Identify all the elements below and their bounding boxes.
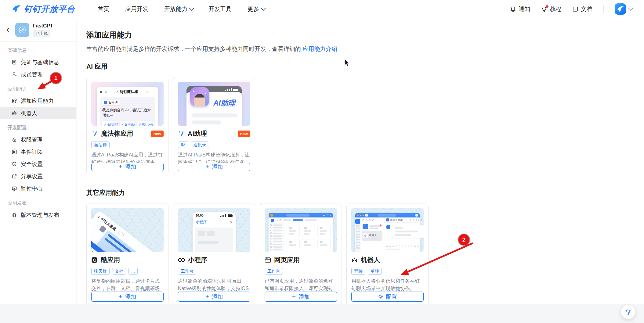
tag: 工作台 bbox=[265, 268, 283, 275]
tag: 通讯录 bbox=[191, 142, 209, 148]
sidebar-group-release: 应用发布 bbox=[0, 195, 76, 209]
user-avatar-menu[interactable] bbox=[615, 3, 632, 15]
tag: IM bbox=[178, 142, 188, 148]
wand-icon bbox=[178, 130, 185, 137]
add-capability-icon bbox=[12, 98, 17, 104]
magic-wand-preview: × ⇲ 钉钉魔法棒 ⊞⋯ 合同 AI 我是你的合同 AI，尝试开启对话吧～ ⚡合… bbox=[91, 82, 164, 126]
card-description: 通过AI PaaS构建AI应用，通过钉钉魔法棒容器提供给成员使用 bbox=[91, 151, 164, 163]
mini-program-icon bbox=[178, 258, 185, 262]
back-button[interactable] bbox=[4, 26, 12, 34]
gear-icon bbox=[378, 294, 383, 299]
cool-app-preview: ‹钉钉大家庭 @ bbox=[91, 208, 164, 252]
sidebar-item-permissions[interactable]: 权限管理 bbox=[0, 134, 76, 146]
add-web-app-button[interactable]: +添加 bbox=[265, 292, 337, 302]
permission-icon bbox=[12, 137, 17, 142]
card-title: AI助理 bbox=[188, 129, 207, 138]
top-navbar: 钉钉开放平台 首页 应用开发 开放能力 开发工具 更多 通知 教程 文档 bbox=[0, 0, 644, 18]
contract-ai-icon bbox=[104, 101, 107, 104]
cool-app-icon bbox=[91, 257, 98, 263]
card-title: 魔法棒应用 bbox=[101, 129, 133, 138]
wand-icon bbox=[91, 130, 98, 137]
suggestion-chip: ⚡合同跟踪多少家客户 bbox=[102, 121, 118, 126]
tag: 聊天群 bbox=[91, 268, 110, 275]
card-description: 将复杂的应用逻辑，通过卡片式交互，在群、文档、音视频等场域浅透出给成员快... bbox=[91, 278, 164, 292]
chat-list-item bbox=[362, 223, 382, 231]
more-icon: ⋯ bbox=[152, 90, 155, 94]
sidebar-item-share[interactable]: 分享设置 bbox=[0, 170, 76, 182]
tag: 单聊 bbox=[368, 268, 382, 275]
app-status-badge: 已上线 bbox=[33, 30, 50, 37]
sidebar-item-robot[interactable]: 机器人 bbox=[0, 107, 76, 119]
card-title: 机器人 bbox=[361, 256, 380, 264]
tag: 工作台 bbox=[178, 268, 196, 275]
configure-robot-button[interactable]: 配置 bbox=[351, 292, 424, 302]
chevron-down-icon bbox=[189, 6, 194, 11]
chevron-down-icon bbox=[261, 6, 266, 11]
more-icon: ··· bbox=[225, 220, 228, 224]
sidebar-item-monitor[interactable]: 监控中心 bbox=[0, 182, 76, 195]
sidebar-item-version-release[interactable]: 版本管理与发布 bbox=[0, 209, 76, 221]
sidebar-app-header: FastGPT 已上线 bbox=[0, 18, 76, 42]
status-icons bbox=[225, 88, 238, 91]
nav-item-open-capability[interactable]: 开放能力 bbox=[164, 5, 193, 13]
plus-icon: + bbox=[205, 163, 209, 170]
new-badge: new bbox=[238, 131, 250, 137]
add-cool-app-button[interactable]: +添加 bbox=[91, 292, 164, 302]
nav-item-more[interactable]: 更多 bbox=[248, 5, 264, 13]
card-mini-program: 10:00 小程序 ···⊗ 小程序 bbox=[173, 203, 255, 304]
nav-item-home[interactable]: 首页 bbox=[98, 5, 109, 13]
ai-assistant-logo-text: AI助理 bbox=[213, 98, 237, 108]
section-heading-other: 其它应用能力 bbox=[86, 188, 644, 197]
security-icon bbox=[12, 161, 17, 167]
web-app-preview: —□× ‹ ›⟳ bbox=[265, 208, 337, 252]
app-icon bbox=[15, 23, 29, 37]
card-description: 通过AI PaaS构建智能化服务，让应用像“人”一样聪明的执行任务 bbox=[178, 151, 250, 163]
new-badge: new bbox=[151, 131, 164, 137]
card-robot: ⚙机器人 机器人测试 机器人 群聊 单聊 bbox=[346, 203, 429, 304]
sidebar-item-add-capability[interactable]: 添加应用能力 bbox=[0, 95, 76, 107]
annotation-step-1: 1 bbox=[50, 73, 61, 84]
members-icon bbox=[12, 72, 17, 77]
docs-button[interactable]: 文档 bbox=[572, 5, 592, 13]
robot-icon bbox=[351, 257, 358, 263]
card-cool-app: ‹钉钉大家庭 @ 酷应用 bbox=[86, 203, 168, 304]
share-icon bbox=[12, 174, 17, 179]
ai-card-row: × ⇲ 钉钉魔法棒 ⊞⋯ 合同 AI 我是你的合同 AI，尝试开启对话吧～ ⚡合… bbox=[86, 77, 644, 175]
add-magic-wand-button[interactable]: +添加 bbox=[91, 163, 164, 171]
close-circle-icon: ⊗ bbox=[230, 220, 233, 224]
sidebar: FastGPT 已上线 基础信息 凭证与基础信息 成员管理 应用能力 添加应用能… bbox=[0, 18, 76, 304]
page-title: 添加应用能力 bbox=[86, 30, 644, 40]
tutorial-button[interactable]: 教程 bbox=[541, 5, 561, 13]
wand-icon bbox=[624, 308, 632, 316]
sidebar-item-event-subscription[interactable]: 事件订阅 bbox=[0, 146, 76, 158]
magic-wand-floating-button[interactable] bbox=[621, 305, 635, 319]
add-mini-program-button[interactable]: +添加 bbox=[178, 292, 250, 302]
nav-menu: 首页 应用开发 开放能力 开发工具 更多 bbox=[98, 5, 264, 13]
wand-icon bbox=[115, 90, 118, 94]
plus-icon: + bbox=[205, 293, 209, 300]
assistant-avatar: ✦✦ bbox=[190, 87, 209, 106]
expand-icon: ⇲ bbox=[104, 91, 107, 94]
card-ai-assistant: 10:00 ✦✦ AI助理 AI助理 new IM bbox=[173, 77, 255, 175]
main-content: 添加应用能力 丰富的应用能力满足多样的开发诉求，一个应用支持多种能力同时开发，查… bbox=[77, 18, 644, 304]
notification-dot bbox=[546, 5, 548, 8]
tag: 群聊 bbox=[351, 268, 365, 275]
card-web-app: —□× ‹ ›⟳ bbox=[260, 203, 342, 304]
page-description: 丰富的应用能力满足多样的开发诉求，一个应用支持多种能力同时开发，查看详细的 应用… bbox=[86, 45, 644, 53]
web-app-icon bbox=[265, 257, 271, 263]
suggestion-chip: ⚡合同跟踪到期合同的 bbox=[120, 121, 135, 126]
plus-icon: + bbox=[119, 293, 122, 300]
card-magic-wand-app: × ⇲ 钉钉魔法棒 ⊞⋯ 合同 AI 我是你的合同 AI，尝试开启对话吧～ ⚡合… bbox=[86, 77, 168, 175]
card-title: 网页应用 bbox=[274, 256, 300, 264]
sidebar-item-credentials[interactable]: 凭证与基础信息 bbox=[0, 56, 76, 68]
nav-item-app-dev[interactable]: 应用开发 bbox=[125, 5, 148, 13]
mini-program-preview: 10:00 小程序 ···⊗ bbox=[178, 208, 250, 252]
tag-overflow: ... bbox=[128, 268, 138, 275]
nav-item-dev-tools[interactable]: 开发工具 bbox=[208, 5, 232, 13]
add-ai-assistant-button[interactable]: +添加 bbox=[178, 163, 250, 171]
sidebar-item-security[interactable]: 安全设置 bbox=[0, 158, 76, 170]
sidebar-item-members[interactable]: 成员管理 bbox=[0, 68, 76, 81]
dingtalk-logo[interactable]: 钉钉开放平台 bbox=[12, 4, 75, 15]
notifications-button[interactable]: 通知 bbox=[510, 5, 530, 13]
capability-intro-link[interactable]: 应用能力介绍 bbox=[302, 46, 337, 52]
